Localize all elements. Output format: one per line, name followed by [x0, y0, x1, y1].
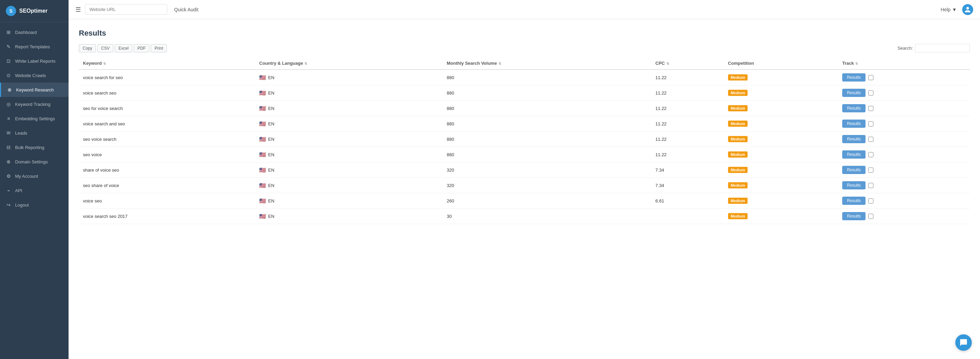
quick-audit-button[interactable]: Quick Audit: [172, 7, 201, 12]
sidebar-item-white-label-reports[interactable]: ⊡ White Label Reports: [0, 54, 68, 68]
topbar: ☰ Quick Audit Help ▼: [68, 0, 980, 19]
track-checkbox-9[interactable]: [868, 214, 873, 219]
col-header-keyword[interactable]: Keyword⇅: [79, 57, 255, 70]
sidebar-item-keyword-tracking[interactable]: ◎ Keyword Tracking: [0, 97, 68, 111]
table-header: Keyword⇅Country & Language⇅Monthly Searc…: [79, 57, 970, 70]
track-checkbox-8[interactable]: [868, 199, 873, 203]
flag-icon-4: 🇺🇸: [259, 136, 266, 143]
language-5: EN: [268, 152, 274, 157]
nav-icon-dashboard: ⊞: [5, 29, 12, 35]
export-csv-button[interactable]: CSV: [97, 44, 113, 52]
export-copy-button[interactable]: Copy: [79, 44, 96, 52]
col-header-competition: Competition: [724, 57, 838, 70]
table-search-input[interactable]: [915, 44, 970, 52]
cell-volume-7: 320: [442, 178, 651, 193]
nav-icon-api: ⌁: [5, 187, 12, 194]
track-checkbox-7[interactable]: [868, 183, 873, 188]
sort-icon: ⇅: [304, 62, 307, 65]
cell-country-4: 🇺🇸 EN: [255, 132, 442, 147]
export-print-button[interactable]: Print: [151, 44, 167, 52]
flag-icon-9: 🇺🇸: [259, 213, 266, 219]
language-8: EN: [268, 199, 274, 203]
results-button-9[interactable]: Results: [842, 212, 865, 220]
table-row: voice seo 🇺🇸 EN 260 6.61 Medium Results: [79, 193, 970, 209]
sidebar-item-logout[interactable]: ↪ Logout: [0, 198, 68, 212]
competition-badge-1: Medium: [728, 90, 748, 96]
results-button-8[interactable]: Results: [842, 197, 865, 205]
results-button-2[interactable]: Results: [842, 104, 865, 112]
chat-bubble-button[interactable]: [955, 334, 972, 351]
sidebar-item-website-crawls[interactable]: ⊙ Website Crawls: [0, 68, 68, 83]
table-row: seo for voice search 🇺🇸 EN 880 11.22 Med…: [79, 101, 970, 116]
cell-country-1: 🇺🇸 EN: [255, 85, 442, 101]
track-checkbox-3[interactable]: [868, 121, 873, 126]
table-row: seo share of voice 🇺🇸 EN 320 7.34 Medium…: [79, 178, 970, 193]
track-checkbox-6[interactable]: [868, 167, 873, 173]
export-excel-button[interactable]: Excel: [115, 44, 132, 52]
cell-track-2: Results: [838, 101, 970, 116]
col-header-country_language[interactable]: Country & Language⇅: [255, 57, 442, 70]
cell-competition-6: Medium: [724, 162, 838, 178]
results-button-0[interactable]: Results: [842, 73, 865, 81]
col-header-track[interactable]: Track⇅: [838, 57, 970, 70]
track-checkbox-4[interactable]: [868, 137, 873, 142]
sidebar-item-label-report-templates: Report Templates: [15, 44, 50, 49]
page-title: Results: [79, 29, 970, 38]
track-checkbox-5[interactable]: [868, 152, 873, 157]
results-button-4[interactable]: Results: [842, 135, 865, 143]
results-button-5[interactable]: Results: [842, 150, 865, 159]
col-header-cpc[interactable]: CPC⇅: [651, 57, 724, 70]
hamburger-button[interactable]: ☰: [75, 6, 81, 13]
cell-volume-0: 880: [442, 70, 651, 85]
sidebar-item-embedding-settings[interactable]: ≡ Embedding Settings: [0, 111, 68, 126]
language-1: EN: [268, 91, 274, 95]
results-button-7[interactable]: Results: [842, 181, 865, 189]
sidebar-item-leads[interactable]: ✉ Leads: [0, 126, 68, 140]
col-header-monthly_search_volume[interactable]: Monthly Search Volume⇅: [442, 57, 651, 70]
cell-track-7: Results: [838, 178, 970, 193]
cell-country-8: 🇺🇸 EN: [255, 193, 442, 209]
sidebar-item-domain-settings[interactable]: ⊕ Domain Settings: [0, 154, 68, 169]
cell-keyword-6: share of voice seo: [79, 162, 255, 178]
search-text: Search:: [897, 46, 913, 51]
nav-icon-embedding-settings: ≡: [5, 116, 12, 122]
table-row: seo voice 🇺🇸 EN 880 11.22 Medium Results: [79, 147, 970, 162]
sort-icon: ⇅: [855, 62, 858, 65]
competition-badge-8: Medium: [728, 198, 748, 204]
sidebar-item-keyword-research[interactable]: ⊕ Keyword Research: [0, 83, 68, 97]
cell-keyword-2: seo for voice search: [79, 101, 255, 116]
user-icon: [964, 6, 971, 13]
export-pdf-button[interactable]: PDF: [134, 44, 150, 52]
website-url-input[interactable]: [85, 4, 167, 15]
sort-icon: ⇅: [103, 62, 106, 65]
language-2: EN: [268, 106, 274, 111]
nav-icon-my-account: ⚙: [5, 173, 12, 179]
track-checkbox-1[interactable]: [868, 91, 873, 95]
nav-icon-logout: ↪: [5, 202, 12, 208]
sidebar-item-dashboard[interactable]: ⊞ Dashboard: [0, 25, 68, 40]
sidebar-item-report-templates[interactable]: ✎ Report Templates: [0, 40, 68, 54]
cell-volume-4: 880: [442, 132, 651, 147]
sidebar-item-label-api: API: [15, 188, 22, 193]
results-button-3[interactable]: Results: [842, 119, 865, 128]
sidebar-item-api[interactable]: ⌁ API: [0, 183, 68, 198]
help-button[interactable]: Help ▼: [940, 7, 957, 12]
user-avatar[interactable]: [962, 4, 973, 15]
export-bar: CopyCSVExcelPDFPrint Search:: [79, 44, 970, 52]
competition-badge-5: Medium: [728, 151, 748, 157]
nav-icon-leads: ✉: [5, 130, 12, 136]
table-row: voice search and seo 🇺🇸 EN 880 11.22 Med…: [79, 116, 970, 132]
competition-badge-2: Medium: [728, 105, 748, 111]
track-checkbox-0[interactable]: [868, 75, 873, 80]
cell-track-1: Results: [838, 85, 970, 101]
sidebar-item-bulk-reporting[interactable]: ⊟ Bulk Reporting: [0, 140, 68, 154]
cell-country-7: 🇺🇸 EN: [255, 178, 442, 193]
cell-competition-9: Medium: [724, 209, 838, 224]
cell-cpc-6: 7.34: [651, 162, 724, 178]
track-checkbox-2[interactable]: [868, 106, 873, 111]
sidebar-item-my-account[interactable]: ⚙ My Account: [0, 169, 68, 183]
flag-icon-5: 🇺🇸: [259, 151, 266, 158]
table-row: seo voice search 🇺🇸 EN 880 11.22 Medium …: [79, 132, 970, 147]
results-button-6[interactable]: Results: [842, 166, 865, 174]
results-button-1[interactable]: Results: [842, 89, 865, 97]
